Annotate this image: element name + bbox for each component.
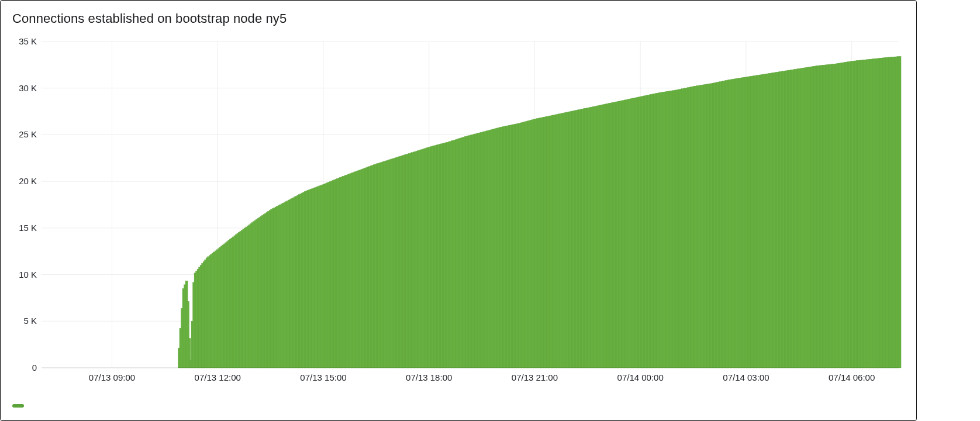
- y-tick-label: 25 K: [19, 129, 37, 139]
- x-tick-label: 07/13 12:00: [195, 372, 241, 382]
- x-tick-label: 07/14 06:00: [829, 372, 875, 382]
- chart-plot-area[interactable]: 05 K10 K15 K20 K25 K30 K35 K07/13 09:000…: [12, 36, 905, 388]
- y-tick-label: 20 K: [19, 176, 37, 186]
- svg-rect-507: [899, 57, 901, 368]
- chart-panel: Connections established on bootstrap nod…: [0, 0, 917, 421]
- chart-title: Connections established on bootstrap nod…: [12, 11, 287, 26]
- x-tick-label: 07/14 03:00: [723, 372, 769, 382]
- area-series: [178, 57, 901, 368]
- y-tick-label: 10 K: [19, 270, 37, 279]
- x-tick-label: 07/13 15:00: [300, 372, 346, 382]
- y-tick-label: 35 K: [19, 36, 37, 46]
- y-tick-label: 30 K: [19, 83, 37, 93]
- x-tick-label: 07/13 09:00: [89, 372, 135, 382]
- legend-swatch-icon: [12, 404, 24, 408]
- y-tick-label: 5 K: [23, 316, 37, 326]
- x-tick-label: 07/13 18:00: [406, 372, 452, 382]
- x-tick-label: 07/13 21:00: [512, 372, 558, 382]
- x-tick-label: 07/14 00:00: [617, 372, 664, 382]
- legend: [12, 399, 24, 410]
- y-tick-label: 15 K: [19, 223, 37, 233]
- y-tick-label: 0: [32, 363, 37, 372]
